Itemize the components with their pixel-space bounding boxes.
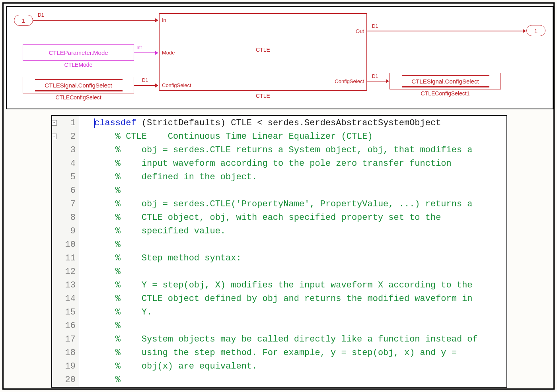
gutter-line: 9 bbox=[52, 225, 76, 238]
inport-value: 1 bbox=[22, 17, 25, 24]
datastorewrite-configselect-text: CTLESignal.ConfigSelect bbox=[411, 78, 479, 85]
signal-out-label: D1 bbox=[372, 23, 378, 29]
code-token: % specified value. bbox=[94, 226, 226, 236]
datastoreread-configselect-label: CTLEConfigSelect bbox=[23, 94, 134, 101]
gutter-line: 1- bbox=[52, 116, 76, 130]
gutter-line: 17 bbox=[52, 333, 76, 346]
gutter-line: 7 bbox=[52, 198, 76, 211]
code-area[interactable]: classdef (StrictDefaults) CTLE < serdes.… bbox=[78, 116, 506, 387]
code-token: (StrictDefaults) CTLE < serdes.SerdesAbs… bbox=[136, 118, 441, 128]
code-token: % System objects may be called directly … bbox=[94, 334, 478, 344]
signal-mode-label: Inf bbox=[136, 45, 142, 50]
code-editor-panel[interactable]: 1-2-34567891011121314151617181920 classd… bbox=[51, 115, 507, 388]
gutter-line: 18 bbox=[52, 346, 76, 360]
constant-ctle-mode[interactable]: CTLEParameter.Mode bbox=[23, 44, 134, 61]
code-line[interactable]: % specified value. bbox=[94, 225, 506, 238]
port-out-label: Out bbox=[356, 28, 364, 34]
code-line[interactable]: % defined in the object. bbox=[94, 171, 506, 184]
gutter-line: 16 bbox=[52, 319, 76, 333]
code-line[interactable]: % Y = step(obj, X) modifies the input wa… bbox=[94, 279, 506, 292]
code-gutter: 1-2-34567891011121314151617181920 bbox=[52, 116, 78, 387]
code-line[interactable]: % CTLE object, obj, with each specified … bbox=[94, 211, 506, 225]
simulink-diagram-panel: 1 D1 CTLEParameter.Mode CTLEMode Inf CTL… bbox=[6, 6, 553, 109]
gutter-line: 2- bbox=[52, 130, 76, 144]
code-token: % Y. bbox=[94, 307, 152, 317]
code-line[interactable]: % CTLE object defined by obj and returns… bbox=[94, 292, 506, 306]
datastorewrite-configselect[interactable]: CTLESignal.ConfigSelect bbox=[390, 73, 501, 89]
gutter-line: 11 bbox=[52, 252, 76, 265]
gutter-line: 4 bbox=[52, 157, 76, 171]
code-token: % obj = serdes.CTLE('PropertyName', Prop… bbox=[94, 199, 473, 209]
gutter-line: 14 bbox=[52, 292, 76, 306]
constant-ctle-mode-text: CTLEParameter.Mode bbox=[49, 49, 108, 56]
gutter-line: 6 bbox=[52, 184, 76, 198]
signal-mode bbox=[134, 52, 158, 53]
code-line[interactable]: % Step method syntax: bbox=[94, 252, 506, 265]
gutter-line: 8 bbox=[52, 211, 76, 225]
code-line[interactable]: % bbox=[94, 319, 506, 333]
code-token: % bbox=[94, 321, 121, 331]
fold-toggle-icon[interactable]: - bbox=[51, 134, 57, 139]
code-token: % obj(x) are equivalent. bbox=[94, 361, 257, 371]
signal-configselect-in-label: D1 bbox=[142, 78, 148, 83]
inport-block[interactable]: 1 bbox=[14, 15, 33, 26]
gutter-line: 20 bbox=[52, 373, 76, 387]
code-token: % CTLE object, obj, with each specified … bbox=[94, 213, 441, 223]
outport-block[interactable]: 1 bbox=[526, 25, 545, 36]
code-line[interactable]: classdef (StrictDefaults) CTLE < serdes.… bbox=[94, 116, 506, 130]
code-line[interactable]: % bbox=[94, 373, 506, 387]
code-line[interactable]: % obj(x) are equivalent. bbox=[94, 360, 506, 373]
code-line[interactable]: % bbox=[94, 238, 506, 252]
code-token: % defined in the object. bbox=[94, 172, 257, 182]
code-line[interactable]: % using the step method. For example, y … bbox=[94, 346, 506, 360]
datastoreread-configselect-text: CTLESignal.ConfigSelect bbox=[45, 82, 112, 89]
code-token: classdef bbox=[94, 118, 136, 128]
code-line[interactable]: % Y. bbox=[94, 306, 506, 319]
gutter-line: 15 bbox=[52, 306, 76, 319]
code-line[interactable]: % CTLE Continuous Time Linear Equalizer … bbox=[94, 130, 506, 144]
ctle-block[interactable]: In Mode ConfigSelect Out ConfigSelect CT… bbox=[159, 13, 367, 91]
signal-configselect-out-label: D1 bbox=[372, 74, 378, 79]
gutter-line: 13 bbox=[52, 279, 76, 292]
port-in-label: In bbox=[162, 17, 166, 23]
code-token: % Step method syntax: bbox=[94, 253, 241, 263]
signal-configselect-in bbox=[134, 85, 158, 86]
signal-in-label: D1 bbox=[38, 12, 44, 18]
code-token: % using the step method. For example, y … bbox=[94, 348, 457, 358]
code-line[interactable]: % input waveform according to the pole z… bbox=[94, 157, 506, 171]
code-line[interactable]: % System objects may be called directly … bbox=[94, 333, 506, 346]
code-token: % Y = step(obj, X) modifies the input wa… bbox=[94, 280, 473, 290]
code-line[interactable]: % obj = serdes.CTLE('PropertyName', Prop… bbox=[94, 198, 506, 211]
constant-ctle-mode-label: CTLEMode bbox=[23, 62, 134, 68]
code-token: % bbox=[94, 186, 121, 196]
datastorewrite-configselect-label: CTLEConfigSelect1 bbox=[390, 90, 501, 97]
code-token: % input waveform according to the pole z… bbox=[94, 159, 452, 169]
gutter-line: 5 bbox=[52, 171, 76, 184]
gutter-line: 19 bbox=[52, 360, 76, 373]
outer-frame: 1 D1 CTLEParameter.Mode CTLEMode Inf CTL… bbox=[2, 2, 555, 390]
gutter-line: 10 bbox=[52, 238, 76, 252]
code-token: % bbox=[94, 267, 121, 277]
signal-out bbox=[367, 31, 526, 31]
ctle-block-title: CTLE bbox=[160, 47, 366, 53]
port-configselect-in-label: ConfigSelect bbox=[162, 82, 191, 88]
code-token: % CTLE Continuous Time Linear Equalizer … bbox=[94, 132, 373, 142]
signal-in bbox=[33, 20, 158, 21]
datastoreread-configselect[interactable]: CTLESignal.ConfigSelect bbox=[23, 77, 134, 93]
fold-toggle-icon[interactable]: - bbox=[51, 120, 57, 126]
gutter-line: 3 bbox=[52, 144, 76, 157]
code-token: % CTLE object defined by obj and returns… bbox=[94, 294, 473, 304]
outport-value: 1 bbox=[534, 27, 538, 34]
code-line[interactable]: % bbox=[94, 184, 506, 198]
port-configselect-out-label: ConfigSelect bbox=[335, 78, 364, 84]
code-token: % bbox=[94, 375, 121, 385]
ctle-block-label: CTLE bbox=[159, 93, 367, 99]
signal-configselect-out bbox=[367, 81, 389, 82]
gutter-line: 12 bbox=[52, 265, 76, 279]
code-token: % obj = serdes.CTLE returns a System obj… bbox=[94, 145, 473, 155]
code-line[interactable]: % bbox=[94, 265, 506, 279]
code-line[interactable]: % obj = serdes.CTLE returns a System obj… bbox=[94, 144, 506, 157]
code-token: % bbox=[94, 240, 121, 250]
